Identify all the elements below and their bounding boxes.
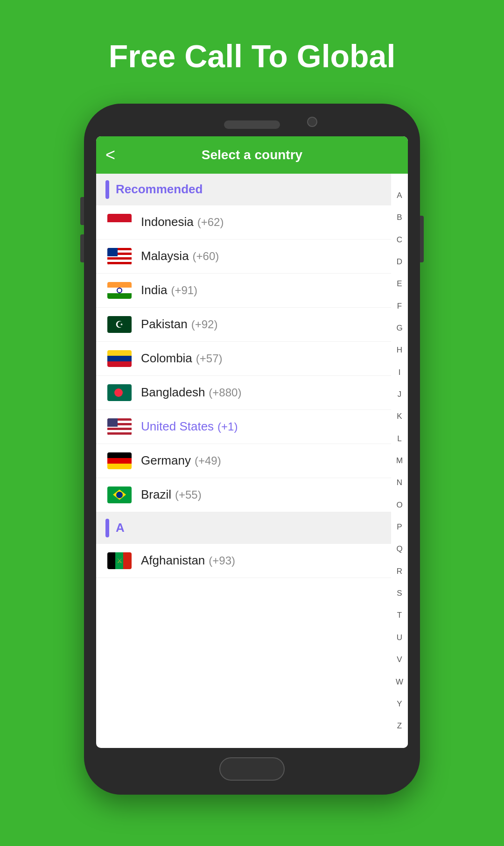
screen-content: Recommended Indonesia (+62) Malaysia (+6… [96, 174, 408, 748]
country-code-pakistan: (+92) [191, 318, 218, 331]
country-row[interactable]: Brazil (+55) [96, 478, 391, 512]
country-row[interactable]: India (+91) [96, 274, 391, 308]
country-name-germany: Germany [141, 453, 191, 468]
country-name-pakistan: Pakistan [141, 317, 188, 331]
flag-india [107, 282, 132, 299]
country-code-germany: (+49) [195, 454, 221, 467]
alpha-R[interactable]: R [397, 567, 402, 575]
alpha-A[interactable]: A [397, 191, 402, 199]
country-row[interactable]: Indonesia (+62) [96, 205, 391, 240]
country-code-us: (+1) [217, 420, 238, 433]
flag-us [107, 418, 132, 435]
country-name-brazil: Brazil [141, 487, 171, 502]
flag-indonesia [107, 214, 132, 231]
alpha-K[interactable]: K [397, 412, 402, 420]
country-code-brazil: (+55) [175, 488, 202, 501]
alpha-B[interactable]: B [397, 213, 402, 221]
alpha-I[interactable]: I [399, 368, 401, 376]
flag-bangladesh [107, 384, 132, 401]
phone-camera [307, 117, 317, 127]
phone-frame: < Select a country Recommended Indonesia… [84, 104, 420, 795]
power-button [420, 216, 424, 262]
section-indicator [105, 180, 109, 199]
country-code-colombia: (+57) [196, 352, 223, 365]
phone-screen: < Select a country Recommended Indonesia… [96, 136, 408, 748]
alpha-E[interactable]: E [397, 280, 402, 288]
country-code-afghanistan: (+93) [209, 554, 235, 567]
flag-malaysia [107, 248, 132, 265]
alpha-O[interactable]: O [396, 501, 402, 509]
volume-up-button [80, 197, 84, 225]
country-name-us: United States [141, 419, 214, 434]
alpha-M[interactable]: M [396, 457, 403, 465]
country-row[interactable]: United States (+1) [96, 410, 391, 444]
country-row[interactable]: Germany (+49) [96, 444, 391, 478]
country-code-indonesia: (+62) [197, 216, 224, 229]
alpha-N[interactable]: N [397, 479, 402, 486]
recommended-label: Recommended [116, 182, 203, 197]
alpha-Z[interactable]: Z [397, 722, 402, 730]
country-row[interactable]: Bangladesh (+880) [96, 376, 391, 410]
flag-afghanistan: ⚔ [107, 552, 132, 569]
flag-germany [107, 452, 132, 469]
country-name-indonesia: Indonesia [141, 215, 194, 229]
alpha-V[interactable]: V [397, 656, 402, 663]
country-name-malaysia: Malaysia [141, 249, 189, 263]
flag-colombia [107, 350, 132, 367]
alpha-U[interactable]: U [397, 634, 402, 642]
alpha-J[interactable]: J [398, 390, 402, 398]
alpha-F[interactable]: F [397, 302, 402, 310]
country-row[interactable]: ⚔ Afghanistan (+93) [96, 544, 391, 578]
back-button[interactable]: < [105, 145, 115, 165]
alpha-W[interactable]: W [396, 678, 403, 686]
country-code-india: (+91) [171, 284, 197, 297]
country-name-india: India [141, 283, 167, 297]
alpha-C[interactable]: C [397, 236, 402, 244]
country-row[interactable]: ☪ Pakistan (+92) [96, 308, 391, 342]
recommended-section-header: Recommended [96, 174, 391, 205]
a-section-header: A [96, 512, 391, 544]
country-code-bangladesh: (+880) [209, 386, 241, 399]
country-row[interactable]: Colombia (+57) [96, 342, 391, 376]
alpha-Q[interactable]: Q [396, 545, 402, 553]
alpha-P[interactable]: P [397, 523, 402, 531]
country-name-afghanistan: Afghanistan [141, 553, 205, 568]
country-code-malaysia: (+60) [193, 250, 219, 263]
alphabet-sidebar: A B C D E F G H I J K L M N O P Q R S T [391, 174, 408, 748]
alpha-G[interactable]: G [396, 324, 402, 332]
screen-title: Select a country [202, 148, 302, 162]
country-name-bangladesh: Bangladesh [141, 385, 205, 400]
country-list[interactable]: Recommended Indonesia (+62) Malaysia (+6… [96, 174, 391, 748]
flag-pakistan: ☪ [107, 316, 132, 333]
flag-brazil [107, 486, 132, 503]
alpha-D[interactable]: D [397, 258, 402, 266]
home-button[interactable] [219, 757, 285, 781]
country-name-colombia: Colombia [141, 351, 192, 366]
phone-speaker [224, 120, 280, 129]
volume-down-button [80, 234, 84, 262]
alpha-L[interactable]: L [397, 435, 401, 443]
app-title: Free Call To Global [109, 37, 396, 76]
alpha-T[interactable]: T [397, 611, 402, 619]
alpha-S[interactable]: S [397, 589, 402, 597]
alpha-H[interactable]: H [397, 346, 402, 354]
a-label: A [116, 521, 125, 535]
screen-header: < Select a country [96, 136, 408, 174]
country-row[interactable]: Malaysia (+60) [96, 240, 391, 274]
alpha-Y[interactable]: Y [397, 700, 402, 708]
section-indicator-a [105, 519, 109, 537]
